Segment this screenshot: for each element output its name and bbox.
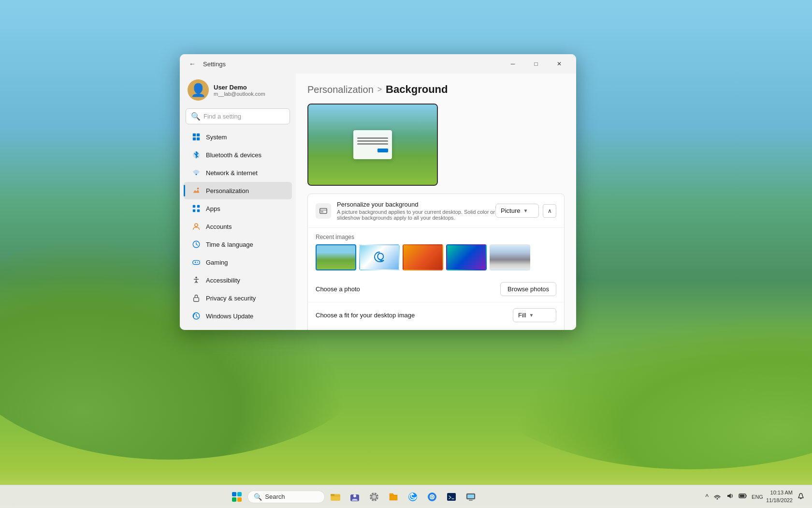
sidebar-item-gaming[interactable]: Gaming: [184, 254, 292, 271]
taskbar-edge2[interactable]: [423, 488, 441, 506]
sidebar-item-privacy[interactable]: Privacy & security: [184, 289, 292, 307]
choose-photo-label: Choose a photo: [316, 285, 500, 293]
sidebar-item-update-label: Windows Update: [206, 313, 253, 320]
sidebar-item-network-label: Network & internet: [206, 169, 258, 177]
recent-image-5[interactable]: [490, 244, 530, 270]
taskbar-date-display: 11/18/2022: [766, 497, 793, 504]
sidebar-item-accessibility-label: Accessibility: [206, 277, 240, 284]
settings-search-box[interactable]: 🔍: [186, 108, 290, 124]
svg-rect-2: [193, 137, 196, 140]
sidebar-item-bluetooth[interactable]: Bluetooth & devices: [184, 146, 292, 164]
user-info: User Demo m__lab@outlook.com: [214, 84, 265, 97]
svg-point-5: [196, 174, 197, 175]
sidebar-item-time[interactable]: Time & language: [184, 236, 292, 253]
sidebar-item-network[interactable]: Network & internet: [184, 164, 292, 181]
preview-dialog: [353, 130, 392, 159]
personalize-text: Personalize your background A picture ba…: [337, 201, 495, 221]
gaming-icon: [191, 257, 201, 267]
svg-rect-23: [237, 497, 242, 502]
recent-image-3[interactable]: [403, 244, 443, 270]
background-type-dropdown[interactable]: Picture ▼: [495, 204, 539, 218]
window-controls: ─ □ ✕: [502, 56, 570, 72]
recent-images-section: Recent images: [308, 228, 564, 276]
taskbar-remote[interactable]: [462, 488, 479, 506]
sidebar-item-accounts-label: Accounts: [206, 223, 232, 230]
choose-stickers-row: Choose stickers for your wallpaper Add s…: [308, 329, 564, 330]
personalize-row: Personalize your background A picture ba…: [308, 194, 564, 228]
sidebar-item-personalization-label: Personalization: [206, 187, 249, 194]
tray-notification[interactable]: [796, 491, 806, 502]
taskbar-explorer[interactable]: [327, 488, 344, 506]
settings-search-input[interactable]: [203, 113, 285, 120]
sidebar-nav: System Bluetooth & devices Network & int…: [180, 128, 296, 325]
background-type-label: Picture: [501, 207, 520, 214]
browse-photos-button[interactable]: Browse photos: [500, 282, 556, 296]
svg-point-6: [197, 188, 199, 190]
svg-point-37: [717, 498, 718, 500]
recent-images-grid: [316, 244, 556, 270]
personalize-icon: [316, 203, 331, 219]
sidebar: 👤 User Demo m__lab@outlook.com 🔍 Sys: [180, 74, 296, 330]
expand-icon: ∧: [548, 208, 552, 214]
close-button[interactable]: ✕: [548, 56, 570, 72]
taskbar-search-icon: 🔍: [254, 493, 262, 501]
breadcrumb-parent[interactable]: Personalization: [307, 84, 374, 95]
system-tray: ^: [704, 491, 749, 502]
tray-battery[interactable]: [737, 491, 749, 502]
fit-dropdown[interactable]: Fill ▼: [513, 308, 556, 322]
svg-point-29: [372, 495, 376, 499]
taskbar-datetime[interactable]: 10:13 AM 11/18/2022: [766, 489, 793, 504]
svg-rect-16: [194, 298, 199, 301]
tray-lang: ENG: [752, 494, 763, 500]
personalize-desc: A picture background applies to your cur…: [337, 209, 495, 221]
minimize-button[interactable]: ─: [502, 56, 524, 72]
choose-fit-row: Choose a fit for your desktop image Fill…: [308, 302, 564, 329]
recent-image-1[interactable]: [316, 244, 356, 270]
tray-sound[interactable]: [725, 491, 735, 502]
choose-fit-label: Choose a fit for your desktop image: [316, 312, 513, 319]
settings-window: ← Settings ─ □ ✕ 👤 User Demo m__lab@outl…: [180, 54, 576, 330]
start-button[interactable]: [228, 488, 246, 506]
back-button[interactable]: ←: [186, 57, 199, 71]
svg-rect-10: [197, 209, 200, 212]
taskbar-terminal[interactable]: [443, 488, 460, 506]
svg-rect-3: [197, 137, 200, 140]
dialog-line-1: [357, 137, 388, 139]
maximize-button[interactable]: □: [525, 56, 547, 72]
sidebar-item-system[interactable]: System: [184, 128, 292, 146]
expand-section-button[interactable]: ∧: [543, 204, 556, 218]
privacy-icon: [191, 293, 201, 303]
svg-rect-9: [193, 209, 195, 212]
tray-chevron[interactable]: ^: [704, 492, 710, 502]
taskbar-files[interactable]: [385, 488, 402, 506]
sidebar-item-bluetooth-label: Bluetooth & devices: [206, 151, 261, 159]
svg-rect-25: [331, 494, 334, 496]
taskbar-center: 🔍 Search: [4, 488, 704, 506]
taskbar-teams[interactable]: [346, 488, 363, 506]
svg-rect-39: [740, 495, 745, 497]
sidebar-item-accounts[interactable]: Accounts: [184, 218, 292, 235]
user-profile[interactable]: 👤 User Demo m__lab@outlook.com: [180, 74, 296, 108]
sidebar-item-update[interactable]: Windows Update: [184, 307, 292, 325]
taskbar-settings-app[interactable]: [365, 488, 383, 506]
search-icon: 🔍: [191, 112, 201, 121]
svg-rect-7: [193, 205, 195, 208]
breadcrumb-separator: >: [377, 85, 382, 94]
svg-rect-36: [469, 500, 473, 501]
taskbar-edge[interactable]: [404, 488, 421, 506]
taskbar: 🔍 Search: [0, 485, 812, 508]
fit-chevron: ▼: [529, 313, 534, 318]
tray-network[interactable]: [712, 491, 723, 502]
sidebar-item-accessibility[interactable]: Accessibility: [184, 271, 292, 289]
personalize-control: Picture ▼ ∧: [495, 204, 556, 218]
taskbar-search[interactable]: 🔍 Search: [247, 491, 325, 503]
sidebar-item-personalization[interactable]: Personalization: [184, 182, 292, 199]
svg-rect-35: [467, 494, 474, 498]
choose-photo-control: Browse photos: [500, 282, 556, 296]
recent-image-4[interactable]: [446, 244, 487, 270]
svg-rect-0: [193, 134, 196, 136]
recent-image-2[interactable]: [359, 244, 400, 270]
sidebar-item-apps[interactable]: Apps: [184, 200, 292, 217]
personalization-icon: [191, 186, 201, 195]
svg-point-14: [197, 262, 198, 263]
